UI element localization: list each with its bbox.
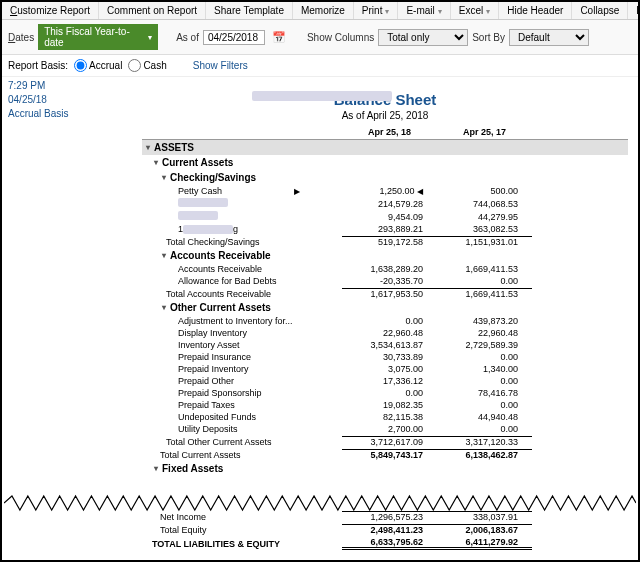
table-row: Total Checking/Savings519,172.581,151,93…	[142, 235, 628, 248]
cash-radio[interactable]: Cash	[128, 59, 166, 72]
assets-section[interactable]: ASSETS	[142, 140, 628, 155]
comment-btn[interactable]: Comment on Report	[99, 2, 206, 19]
table-row: Prepaid Taxes19,082.350.00	[142, 399, 628, 411]
current-assets-group[interactable]: Current Assets	[142, 155, 628, 170]
table-row: Prepaid Inventory3,075.001,340.00	[142, 363, 628, 375]
table-row: Total Current Assets5,849,743.176,138,46…	[142, 448, 628, 461]
oca-group[interactable]: Other Current Assets	[142, 300, 628, 315]
dates-label: Dates	[8, 32, 34, 43]
ar-group[interactable]: Accounts Receivable	[142, 248, 628, 263]
excel-btn[interactable]: Excel	[451, 2, 499, 19]
collapse-btn[interactable]: Collapse	[572, 2, 628, 19]
memorize-btn[interactable]: Memorize	[293, 2, 354, 19]
showcol-select[interactable]: Total only	[378, 29, 468, 46]
report-basis-bar: Report Basis: Accrual Cash Show Filters	[2, 55, 638, 77]
customize-report-btn[interactable]: CCustomize Reportustomize Report	[2, 2, 99, 19]
showcol-label: Show Columns	[307, 32, 374, 43]
sortby-select[interactable]: Default	[509, 29, 589, 46]
report-subtitle: As of April 25, 2018	[142, 110, 628, 121]
table-row: Net Income1,296,575.23338,037.91	[142, 510, 628, 523]
date-range-select[interactable]: This Fiscal Year-to-date	[38, 24, 158, 50]
table-row: 1g293,889.21363,082.53	[142, 223, 628, 235]
table-row: Adjustment to Inventory for...0.00439,87…	[142, 315, 628, 327]
calendar-icon[interactable]: 📅	[269, 31, 289, 44]
share-btn[interactable]: Share Template	[206, 2, 293, 19]
fixed-assets-group[interactable]: Fixed Assets	[142, 461, 628, 476]
table-row: Utility Deposits2,700.000.00	[142, 423, 628, 435]
table-row: Display Inventory22,960.4822,960.48	[142, 327, 628, 339]
time-text: 7:29 PM	[8, 80, 69, 91]
sidebar-info: 7:29 PM 04/25/18 Accrual Basis	[8, 80, 69, 122]
email-btn[interactable]: E-mail	[398, 2, 450, 19]
checking-savings-group[interactable]: Checking/Savings	[142, 170, 628, 185]
table-row: Prepaid Insurance30,733.890.00	[142, 351, 628, 363]
table-row: Total Other Current Assets3,712,617.093,…	[142, 435, 628, 448]
table-row: 214,579.28744,068.53	[142, 197, 628, 210]
table-row: Prepaid Sponsorship0.0078,416.78	[142, 387, 628, 399]
accrual-radio[interactable]: Accrual	[74, 59, 122, 72]
table-row: Inventory Asset3,534,613.872,729,589.39	[142, 339, 628, 351]
company-redacted	[252, 91, 392, 101]
show-filters-link[interactable]: Show Filters	[193, 60, 248, 71]
table-row: Accounts Receivable1,638,289.201,669,411…	[142, 263, 628, 275]
asof-label: As of	[176, 32, 199, 43]
sortby-label: Sort By	[472, 32, 505, 43]
print-btn[interactable]: Print	[354, 2, 399, 19]
filter-bar: Dates This Fiscal Year-to-date As of 📅 S…	[2, 20, 638, 55]
table-row: Total Accounts Receivable1,617,953.501,6…	[142, 287, 628, 300]
column-header: Apr 25, 18Apr 25, 17	[142, 125, 628, 140]
table-row: Petty Cash1,250.00 ◀500.00▶	[142, 185, 628, 197]
asof-input[interactable]	[203, 30, 265, 45]
basis-label: Report Basis:	[8, 60, 68, 71]
table-row: Allowance for Bad Debts-20,335.700.00	[142, 275, 628, 287]
refresh-btn[interactable]: Refresh	[628, 2, 640, 19]
table-row: Total Equity2,498,411.232,006,183.67	[142, 523, 628, 536]
basis-text: Accrual Basis	[8, 108, 69, 119]
toolbar: CCustomize Reportustomize Report Comment…	[2, 2, 638, 20]
hide-header-btn[interactable]: Hide Header	[499, 2, 572, 19]
table-row: Prepaid Other17,336.120.00	[142, 375, 628, 387]
date-text: 04/25/18	[8, 94, 69, 105]
table-row: 9,454.0944,279.95	[142, 210, 628, 223]
report-body: Balance Sheet As of April 25, 2018 Apr 2…	[142, 91, 628, 476]
table-row: Undeposited Funds82,115.3844,940.48	[142, 411, 628, 423]
report-footer: Net Income1,296,575.23338,037.91 Total E…	[142, 510, 628, 551]
table-row: TOTAL LIABILITIES & EQUITY6,633,795.626,…	[142, 536, 628, 551]
